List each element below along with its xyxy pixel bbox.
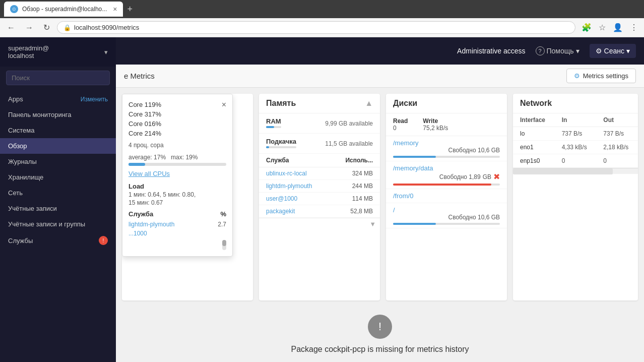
cpu-service-1-name[interactable]: lightdm-plymouth — [128, 221, 174, 228]
net-iface-enp1s0: enp1s0 — [513, 154, 555, 168]
cpu-popup-header: Core 1 19% Core 3 17% Core 0 16% — [128, 100, 226, 138]
memory-scroll-up[interactable]: ▲ — [365, 99, 373, 108]
disk-mount-data-free: Свободно 1,89 GB ✖ — [393, 172, 500, 182]
disk-mount-memory-path[interactable]: /memory — [393, 139, 500, 147]
sidebar-accounts-label: Учётные записи — [8, 205, 57, 212]
cpu-popup: Core 1 19% Core 3 17% Core 0 16% — [122, 94, 233, 257]
cpu-service-table-header: Служба % — [128, 210, 226, 220]
cpu-label: сора — [150, 142, 163, 149]
admin-access-button[interactable]: Administrative access — [457, 47, 525, 55]
mem-table-header: Служба Исполь... — [259, 154, 380, 167]
metrics-settings-button[interactable]: ⚙ Metrics settings — [566, 69, 636, 83]
net-in-enp1s0: 0 — [555, 154, 597, 168]
mem-service-4-name[interactable]: packagekit — [266, 208, 350, 215]
load-values: 1 мин: 0.64, 5 мин: 0.80, — [128, 191, 226, 198]
disk-mount-from0-path[interactable]: /from/0 — [393, 192, 500, 200]
content-header: e Metrics ⚙ Metrics settings — [116, 65, 644, 88]
mem-service-1-name[interactable]: ublinux-rc-local — [266, 170, 352, 177]
sidebar-edit-link[interactable]: Изменить — [81, 96, 108, 103]
cpu-core-3-name: Core 0 — [128, 120, 148, 128]
address-bar[interactable]: 🔒 localhost:9090/metrics — [57, 21, 575, 34]
load-15min: 15 мин: 0.67 — [128, 199, 226, 206]
disk-write-value: 75,2 kB/s — [423, 125, 448, 132]
sidebar-item-apps-label: Apps — [8, 95, 23, 103]
disk-mount-memory-free: Свободно 10,6 GB — [393, 147, 500, 154]
memory-header: Память ▲ — [259, 94, 380, 113]
memory-scroll-down-area: ▼ — [259, 218, 380, 230]
sidebar-item-network[interactable]: Сеть — [0, 185, 116, 201]
forward-button[interactable]: → — [22, 21, 36, 34]
sidebar-item-accounts[interactable]: Учётные записи — [0, 201, 116, 216]
memory-title: Память — [266, 99, 296, 108]
memory-scroll-down[interactable]: ▼ — [369, 220, 376, 228]
sidebar-dropdown-icon[interactable]: ▾ — [104, 48, 108, 56]
bookmark-icon[interactable]: ☆ — [597, 21, 608, 34]
sidebar-monitoring-label: Панель мониторинга — [8, 111, 72, 118]
ram-bar — [266, 126, 281, 128]
sidebar-item-services[interactable]: Службы ! — [0, 232, 116, 249]
sidebar-item-accounts-groups[interactable]: Учётные записи и группы — [0, 216, 116, 232]
browser-actions: 🧩 ☆ 👤 ⋮ — [579, 21, 640, 34]
disk-mount-data-bar — [393, 184, 500, 186]
disk-write-item: Write 75,2 kB/s — [423, 117, 448, 132]
cpu-popup-scroll[interactable] — [128, 240, 226, 250]
new-tab-button[interactable]: + — [127, 4, 133, 15]
cpu-service-2-name[interactable]: ...1000 — [128, 230, 147, 237]
menu-icon[interactable]: ⋮ — [628, 21, 640, 34]
cpu-service-row-1: lightdm-plymouth 2.7 — [128, 220, 226, 229]
network-scrollbar[interactable] — [513, 168, 638, 174]
disk-mount-data-path[interactable]: /memory/data — [393, 164, 500, 172]
net-out-eno1: 2,18 kB/s — [596, 141, 638, 154]
extensions-icon[interactable]: 🧩 — [579, 21, 594, 34]
sidebar-item-storage[interactable]: Хранилище — [0, 169, 116, 185]
search-input[interactable] — [6, 71, 110, 85]
load-section: Load 1 мин: 0.64, 5 мин: 0.80, 15 мин: 0… — [128, 183, 226, 206]
net-out-enp1s0: 0 — [596, 154, 638, 168]
disk-mount-from0: /from/0 — [386, 189, 507, 203]
sidebar-item-monitoring[interactable]: Панель мониторинга — [0, 107, 116, 123]
sidebar-item-overview[interactable]: Обзор — [0, 138, 116, 154]
mem-service-3-val: 114 MB — [352, 195, 373, 202]
session-label: Сеанс — [604, 47, 624, 55]
disk-card: Диски Read 0 Write 75,2 kB/s /memory — [386, 94, 507, 300]
net-row-eno1: eno1 4,33 kB/s 2,18 kB/s — [513, 141, 638, 154]
refresh-button[interactable]: ↻ — [40, 21, 53, 34]
cpu-core-1-value: 19% — [148, 101, 161, 108]
mem-service-3-name[interactable]: user@1000 — [266, 195, 352, 202]
ram-bar-fill — [266, 126, 274, 128]
view-all-cpus-link[interactable]: View all CPUs — [128, 170, 226, 177]
disk-read-item: Read 0 — [393, 117, 408, 132]
disk-mount-root-path[interactable]: / — [393, 206, 500, 214]
tab-title: Обзор - superadmin@localho... — [22, 6, 107, 13]
mem-service-2-name[interactable]: lightdm-plymouth — [266, 183, 352, 190]
help-button[interactable]: ? Помощь ▾ — [536, 46, 579, 55]
disk-rw-area: Read 0 Write 75,2 kB/s — [386, 113, 507, 136]
mem-service-1-val: 324 MB — [352, 170, 373, 177]
sidebar-item-system[interactable]: Система — [0, 123, 116, 138]
cpu-service-1-val: 2.7 — [218, 221, 226, 228]
sidebar-item-journals[interactable]: Журналы — [0, 154, 116, 169]
back-button[interactable]: ← — [4, 21, 18, 34]
session-button[interactable]: ⚙ Сеанс ▾ — [590, 44, 636, 58]
sidebar-item-apps[interactable]: Apps Изменить — [0, 91, 116, 107]
cpu-core-item-3: Core 0 16% — [128, 119, 161, 128]
profile-icon[interactable]: 👤 — [611, 21, 625, 34]
cpu-service-col-name: Служба — [128, 210, 153, 218]
browser-tab[interactable]: ⊙ Обзор - superadmin@localho... × — [4, 2, 123, 17]
load-label: Load — [128, 183, 226, 190]
sidebar-header: superadmin@ localhost ▾ — [0, 37, 116, 67]
cpu-service-col-pct: % — [220, 210, 226, 218]
url-text: localhost:9090/metrics — [74, 24, 139, 31]
cpu-popup-close-button[interactable]: × — [222, 100, 226, 109]
cpu-bar-fill — [128, 163, 145, 166]
cpu-core-item-4: Core 2 14% — [128, 129, 161, 138]
net-col-in: In — [555, 113, 597, 127]
net-row-enp1s0: enp1s0 0 0 — [513, 154, 638, 168]
cpu-core-4-value: 14% — [148, 130, 161, 137]
browser-navbar: ← → ↻ 🔒 localhost:9090/metrics 🧩 ☆ 👤 ⋮ — [0, 18, 644, 37]
net-iface-lo: lo — [513, 127, 555, 141]
mem-service-2-val: 244 MB — [352, 183, 373, 190]
right-panel: Administrative access ? Помощь ▾ ⚙ Сеанс… — [116, 37, 644, 362]
disk-read-label: Read — [393, 117, 408, 125]
close-tab-icon[interactable]: × — [113, 5, 117, 13]
